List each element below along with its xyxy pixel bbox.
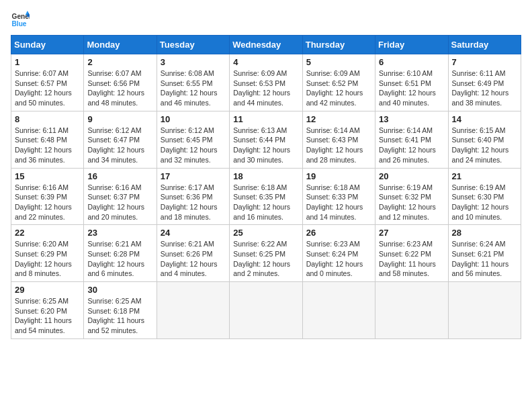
day-number: 3 (161, 57, 226, 67)
day-number: 14 (452, 114, 517, 124)
calendar-cell: 13 Sunrise: 6:14 AMSunset: 6:41 PMDaylig… (375, 111, 448, 168)
calendar-cell: 5 Sunrise: 6:09 AMSunset: 6:52 PMDayligh… (302, 54, 375, 111)
day-number: 9 (87, 114, 152, 124)
calendar-cell: 17 Sunrise: 6:17 AMSunset: 6:36 PMDaylig… (157, 168, 229, 225)
calendar-cell: 20 Sunrise: 6:19 AMSunset: 6:32 PMDaylig… (375, 168, 448, 225)
calendar-cell: 16 Sunrise: 6:16 AMSunset: 6:37 PMDaylig… (84, 168, 157, 225)
logo-icon: General Blue (11, 11, 30, 30)
day-info: Sunrise: 6:16 AMSunset: 6:39 PMDaylight:… (15, 183, 72, 221)
calendar-cell: 23 Sunrise: 6:21 AMSunset: 6:28 PMDaylig… (84, 225, 157, 282)
day-info: Sunrise: 6:18 AMSunset: 6:33 PMDaylight:… (306, 183, 363, 221)
day-info: Sunrise: 6:08 AMSunset: 6:55 PMDaylight:… (161, 69, 218, 107)
calendar-cell: 24 Sunrise: 6:21 AMSunset: 6:26 PMDaylig… (157, 225, 229, 282)
day-info: Sunrise: 6:12 AMSunset: 6:45 PMDaylight:… (161, 126, 218, 164)
day-number: 4 (233, 57, 298, 67)
calendar-cell: 2 Sunrise: 6:07 AMSunset: 6:56 PMDayligh… (84, 54, 157, 111)
calendar-table: SundayMondayTuesdayWednesdayThursdayFrid… (11, 35, 521, 339)
day-number: 11 (233, 114, 298, 124)
calendar-cell: 27 Sunrise: 6:23 AMSunset: 6:22 PMDaylig… (375, 225, 448, 282)
day-number: 19 (306, 171, 371, 181)
svg-text:Blue: Blue (12, 20, 27, 28)
weekday-header-saturday: Saturday (448, 36, 521, 54)
calendar-cell: 11 Sunrise: 6:13 AMSunset: 6:44 PMDaylig… (230, 111, 302, 168)
day-info: Sunrise: 6:18 AMSunset: 6:35 PMDaylight:… (233, 183, 290, 221)
logo: General Blue (11, 11, 30, 30)
day-info: Sunrise: 6:25 AMSunset: 6:18 PMDaylight:… (87, 297, 144, 334)
day-info: Sunrise: 6:13 AMSunset: 6:44 PMDaylight:… (233, 126, 290, 164)
calendar-cell (448, 282, 521, 339)
day-number: 13 (379, 114, 444, 124)
day-number: 12 (306, 114, 371, 124)
calendar-cell: 9 Sunrise: 6:12 AMSunset: 6:47 PMDayligh… (84, 111, 157, 168)
day-info: Sunrise: 6:07 AMSunset: 6:56 PMDaylight:… (87, 69, 144, 107)
calendar-cell: 22 Sunrise: 6:20 AMSunset: 6:29 PMDaylig… (11, 225, 84, 282)
day-number: 30 (87, 285, 152, 295)
day-info: Sunrise: 6:09 AMSunset: 6:52 PMDaylight:… (306, 69, 363, 107)
day-number: 6 (379, 57, 444, 67)
day-number: 16 (87, 171, 152, 181)
calendar-cell: 12 Sunrise: 6:14 AMSunset: 6:43 PMDaylig… (302, 111, 375, 168)
calendar-cell: 30 Sunrise: 6:25 AMSunset: 6:18 PMDaylig… (84, 282, 157, 339)
day-info: Sunrise: 6:21 AMSunset: 6:28 PMDaylight:… (87, 240, 144, 277)
day-info: Sunrise: 6:15 AMSunset: 6:40 PMDaylight:… (452, 126, 509, 164)
calendar-cell (157, 282, 229, 339)
day-info: Sunrise: 6:23 AMSunset: 6:24 PMDaylight:… (306, 240, 363, 277)
day-number: 7 (452, 57, 517, 67)
day-info: Sunrise: 6:24 AMSunset: 6:21 PMDaylight:… (452, 240, 509, 277)
day-number: 25 (233, 228, 298, 238)
day-info: Sunrise: 6:23 AMSunset: 6:22 PMDaylight:… (379, 240, 436, 277)
day-info: Sunrise: 6:14 AMSunset: 6:41 PMDaylight:… (379, 126, 436, 164)
day-info: Sunrise: 6:25 AMSunset: 6:20 PMDaylight:… (15, 297, 72, 334)
calendar-cell: 7 Sunrise: 6:11 AMSunset: 6:49 PMDayligh… (448, 54, 521, 111)
day-info: Sunrise: 6:22 AMSunset: 6:25 PMDaylight:… (233, 240, 290, 277)
day-number: 1 (15, 57, 80, 67)
day-number: 24 (161, 228, 226, 238)
calendar-cell: 26 Sunrise: 6:23 AMSunset: 6:24 PMDaylig… (302, 225, 375, 282)
calendar-cell (302, 282, 375, 339)
calendar-cell: 3 Sunrise: 6:08 AMSunset: 6:55 PMDayligh… (157, 54, 229, 111)
day-info: Sunrise: 6:20 AMSunset: 6:29 PMDaylight:… (15, 240, 72, 277)
weekday-header-tuesday: Tuesday (157, 36, 229, 54)
weekday-header-friday: Friday (375, 36, 448, 54)
day-number: 28 (452, 228, 517, 238)
calendar-cell (375, 282, 448, 339)
calendar-cell: 18 Sunrise: 6:18 AMSunset: 6:35 PMDaylig… (230, 168, 302, 225)
day-number: 26 (306, 228, 371, 238)
calendar-cell: 8 Sunrise: 6:11 AMSunset: 6:48 PMDayligh… (11, 111, 84, 168)
calendar-cell: 15 Sunrise: 6:16 AMSunset: 6:39 PMDaylig… (11, 168, 84, 225)
calendar-cell: 14 Sunrise: 6:15 AMSunset: 6:40 PMDaylig… (448, 111, 521, 168)
day-info: Sunrise: 6:17 AMSunset: 6:36 PMDaylight:… (161, 183, 218, 221)
day-number: 23 (87, 228, 152, 238)
day-info: Sunrise: 6:11 AMSunset: 6:49 PMDaylight:… (452, 69, 509, 107)
day-number: 22 (15, 228, 80, 238)
calendar-cell: 29 Sunrise: 6:25 AMSunset: 6:20 PMDaylig… (11, 282, 84, 339)
day-info: Sunrise: 6:19 AMSunset: 6:32 PMDaylight:… (379, 183, 436, 221)
calendar-cell: 28 Sunrise: 6:24 AMSunset: 6:21 PMDaylig… (448, 225, 521, 282)
day-info: Sunrise: 6:19 AMSunset: 6:30 PMDaylight:… (452, 183, 509, 221)
day-info: Sunrise: 6:21 AMSunset: 6:26 PMDaylight:… (161, 240, 218, 277)
weekday-header-wednesday: Wednesday (230, 36, 302, 54)
calendar-cell: 19 Sunrise: 6:18 AMSunset: 6:33 PMDaylig… (302, 168, 375, 225)
calendar-cell (230, 282, 302, 339)
day-number: 27 (379, 228, 444, 238)
calendar-cell: 21 Sunrise: 6:19 AMSunset: 6:30 PMDaylig… (448, 168, 521, 225)
day-number: 10 (161, 114, 226, 124)
weekday-header-thursday: Thursday (302, 36, 375, 54)
day-number: 21 (452, 171, 517, 181)
page-header: General Blue (11, 11, 521, 30)
weekday-header-sunday: Sunday (11, 36, 84, 54)
calendar-cell: 1 Sunrise: 6:07 AMSunset: 6:57 PMDayligh… (11, 54, 84, 111)
weekday-header-monday: Monday (84, 36, 157, 54)
calendar-cell: 4 Sunrise: 6:09 AMSunset: 6:53 PMDayligh… (230, 54, 302, 111)
day-number: 18 (233, 171, 298, 181)
day-info: Sunrise: 6:11 AMSunset: 6:48 PMDaylight:… (15, 126, 72, 164)
day-number: 8 (15, 114, 80, 124)
calendar-cell: 25 Sunrise: 6:22 AMSunset: 6:25 PMDaylig… (230, 225, 302, 282)
day-number: 15 (15, 171, 80, 181)
calendar-cell: 10 Sunrise: 6:12 AMSunset: 6:45 PMDaylig… (157, 111, 229, 168)
day-number: 17 (161, 171, 226, 181)
day-number: 29 (15, 285, 80, 295)
day-number: 5 (306, 57, 371, 67)
day-info: Sunrise: 6:14 AMSunset: 6:43 PMDaylight:… (306, 126, 363, 164)
day-info: Sunrise: 6:16 AMSunset: 6:37 PMDaylight:… (87, 183, 144, 221)
